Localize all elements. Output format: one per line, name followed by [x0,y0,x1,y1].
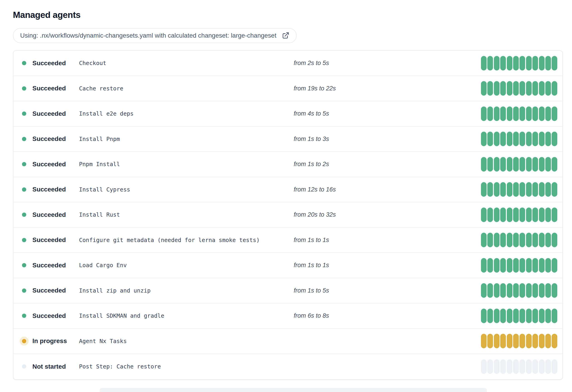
step-row[interactable]: Succeeded Install Cypress from 12s to 16… [13,177,562,203]
agent-segment[interactable] [500,56,506,70]
agent-segment[interactable] [513,182,519,197]
agent-segment[interactable] [481,208,487,222]
agent-segment[interactable] [552,157,557,172]
agent-segment[interactable] [552,309,557,323]
agent-segment[interactable] [520,132,525,146]
agent-segment[interactable] [481,309,487,323]
agent-segment[interactable] [539,208,545,222]
agent-segment[interactable] [526,359,532,374]
agent-segment[interactable] [520,283,525,298]
step-row[interactable]: Succeeded Install e2e deps from 4s to 5s [13,101,562,127]
agent-segment[interactable] [526,81,532,96]
agent-segment[interactable] [539,283,545,298]
agent-segment[interactable] [487,182,493,197]
agent-segment[interactable] [520,208,525,222]
agent-segment[interactable] [520,107,525,121]
agent-segment[interactable] [487,359,493,374]
agent-segment[interactable] [513,258,519,273]
agent-segment[interactable] [513,132,519,146]
agent-segment[interactable] [552,359,557,374]
agent-segment[interactable] [494,258,500,273]
agent-segment[interactable] [520,359,525,374]
agent-segment[interactable] [526,157,532,172]
agent-segment[interactable] [539,132,545,146]
agent-segment[interactable] [532,283,538,298]
agent-segment[interactable] [552,182,557,197]
agent-segment[interactable] [494,132,500,146]
agent-segment[interactable] [481,132,487,146]
agent-segment[interactable] [552,283,557,298]
agent-segment[interactable] [539,157,545,172]
agent-segment[interactable] [545,359,551,374]
agent-segment[interactable] [552,107,557,121]
agent-segment[interactable] [507,157,512,172]
step-row[interactable]: Succeeded Load Cargo Env from 1s to 1s [13,253,562,278]
agent-segment[interactable] [500,334,506,348]
agent-segment[interactable] [500,283,506,298]
agent-segment[interactable] [494,334,500,348]
agent-segment[interactable] [494,283,500,298]
agent-segment[interactable] [545,157,551,172]
agent-segment[interactable] [500,132,506,146]
step-row[interactable]: Succeeded Install SDKMAN and gradle from… [13,303,562,329]
agent-segment[interactable] [481,283,487,298]
step-row[interactable]: Succeeded Pnpm Install from 1s to 2s [13,152,562,177]
agent-segment[interactable] [500,258,506,273]
agent-segment[interactable] [539,334,545,348]
agent-segment[interactable] [513,208,519,222]
agent-segment[interactable] [552,208,557,222]
agent-segment[interactable] [507,283,512,298]
agent-segment[interactable] [487,283,493,298]
agent-segment[interactable] [513,359,519,374]
agent-segment[interactable] [481,258,487,273]
agent-segment[interactable] [526,182,532,197]
agent-segment[interactable] [532,157,538,172]
agent-segment[interactable] [507,359,512,374]
agent-segment[interactable] [520,334,525,348]
agent-segment[interactable] [539,81,545,96]
agent-segment[interactable] [532,132,538,146]
agent-segment[interactable] [513,81,519,96]
agent-segment[interactable] [545,208,551,222]
agent-segment[interactable] [520,233,525,247]
agent-segment[interactable] [532,81,538,96]
agent-segment[interactable] [552,81,557,96]
step-row[interactable]: Succeeded Install Rust from 20s to 32s [13,202,562,228]
agent-segment[interactable] [545,56,551,70]
agent-segment[interactable] [539,258,545,273]
agent-segment[interactable] [481,107,487,121]
agent-segment[interactable] [494,208,500,222]
agent-segment[interactable] [513,233,519,247]
agent-segment[interactable] [545,182,551,197]
agent-segment[interactable] [539,182,545,197]
agent-segment[interactable] [552,258,557,273]
agent-segment[interactable] [513,56,519,70]
agent-segment[interactable] [545,334,551,348]
agent-segment[interactable] [526,208,532,222]
agent-segment[interactable] [532,359,538,374]
agent-segment[interactable] [500,359,506,374]
agent-segment[interactable] [494,56,500,70]
agent-segment[interactable] [507,334,512,348]
agent-segment[interactable] [532,182,538,197]
agent-segment[interactable] [526,309,532,323]
agent-segment[interactable] [487,208,493,222]
agent-segment[interactable] [539,107,545,121]
agent-segment[interactable] [500,233,506,247]
agent-segment[interactable] [520,56,525,70]
agent-segment[interactable] [526,107,532,121]
agent-segment[interactable] [481,157,487,172]
agent-segment[interactable] [526,334,532,348]
agent-segment[interactable] [481,233,487,247]
agent-segment[interactable] [487,258,493,273]
agent-segment[interactable] [532,309,538,323]
agent-segment[interactable] [487,309,493,323]
agent-segment[interactable] [545,107,551,121]
agent-segment[interactable] [552,233,557,247]
agent-segment[interactable] [481,81,487,96]
agent-segment[interactable] [532,258,538,273]
agent-segment[interactable] [507,56,512,70]
agent-segment[interactable] [539,359,545,374]
agent-segment[interactable] [532,107,538,121]
agent-segment[interactable] [500,309,506,323]
